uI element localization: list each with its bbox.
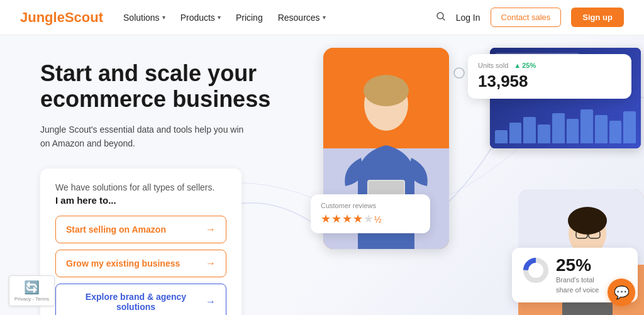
start-selling-button[interactable]: Start selling on Amazon → <box>55 216 226 243</box>
logo[interactable]: JungleScout <box>20 9 103 26</box>
chevron-down-icon: ▾ <box>162 14 165 21</box>
logo-orange: Scout <box>65 9 103 25</box>
star-rating: ★★★★★½ <box>321 212 420 226</box>
chart-bar <box>567 119 579 143</box>
units-change-badge: 25% <box>514 62 536 69</box>
nav-products[interactable]: Products ▾ <box>180 13 221 23</box>
chart-bar <box>552 113 565 143</box>
svg-line-1 <box>442 18 445 20</box>
chart-bar <box>538 124 550 143</box>
solution-card: We have solutions for all types of selle… <box>40 169 242 315</box>
recaptcha-icon: 🔄 <box>24 280 40 295</box>
nav-actions: Log In Contact sales Sign up <box>436 8 624 27</box>
search-button[interactable] <box>436 11 446 24</box>
hero-section: Start and scale your ecommerce business … <box>0 35 644 315</box>
login-button[interactable]: Log In <box>456 13 480 23</box>
chart-bar <box>523 117 536 143</box>
chat-button[interactable]: 💬 <box>608 279 635 306</box>
brand-description: Brand's totalshare of voice <box>556 275 599 295</box>
arrow-icon: → <box>206 296 216 307</box>
hero-subtext: Jungle Scout's essential data and tools … <box>40 123 254 151</box>
svg-point-9 <box>364 75 409 106</box>
units-sold-label: Units sold 25% <box>478 62 621 69</box>
donut-chart-icon <box>522 257 550 284</box>
reviews-label: Customer reviews <box>321 202 420 209</box>
grow-business-button[interactable]: Grow my existing business → <box>55 250 226 277</box>
hero-heading: Start and scale your ecommerce business <box>40 60 302 113</box>
contact-sales-button[interactable]: Contact sales <box>491 8 562 27</box>
hero-content: Start and scale your ecommerce business … <box>0 35 302 315</box>
recaptcha-badge: 🔄 Privacy - Terms <box>9 275 55 306</box>
chart-bar <box>623 111 636 143</box>
brand-percentage: 25% <box>556 255 599 275</box>
arrow-icon: → <box>206 258 216 269</box>
arrow-icon: → <box>206 224 216 235</box>
chart-bar <box>609 121 622 143</box>
chart-bar <box>580 109 593 143</box>
brand-share-info: 25% Brand's totalshare of voice <box>556 255 599 295</box>
chevron-down-icon: ▾ <box>323 14 326 21</box>
chat-icon: 💬 <box>614 285 630 300</box>
screen-chart <box>495 106 636 143</box>
nav-resources[interactable]: Resources ▾ <box>278 13 326 23</box>
chevron-down-icon: ▾ <box>218 14 221 21</box>
nav-solutions[interactable]: Solutions ▾ <box>123 13 165 23</box>
chart-bar <box>495 130 508 143</box>
chart-bar <box>595 115 608 143</box>
customer-reviews-card: Customer reviews ★★★★★½ <box>311 194 430 233</box>
logo-black: Jungle <box>20 9 65 25</box>
solution-card-intro: We have solutions for all types of selle… <box>55 182 226 192</box>
units-sold-value: 13,958 <box>478 72 621 91</box>
svg-point-18 <box>568 207 607 235</box>
recaptcha-label: Privacy - Terms <box>14 296 49 302</box>
nav-pricing[interactable]: Pricing <box>236 13 263 23</box>
navbar: JungleScout Solutions ▾ Products ▾ Prici… <box>0 0 644 35</box>
chart-bar <box>509 123 522 143</box>
solution-card-cta: I am here to... <box>55 195 226 206</box>
signup-button[interactable]: Sign up <box>571 8 624 27</box>
brand-agency-button[interactable]: Explore brand & agency solutions → <box>55 284 226 315</box>
units-sold-card: Units sold 25% 13,958 <box>468 54 631 99</box>
nav-links: Solutions ▾ Products ▾ Pricing Resources… <box>123 13 436 23</box>
hero-imagery: Units sold 25% 13,958 Customer reviews ★… <box>304 35 644 315</box>
